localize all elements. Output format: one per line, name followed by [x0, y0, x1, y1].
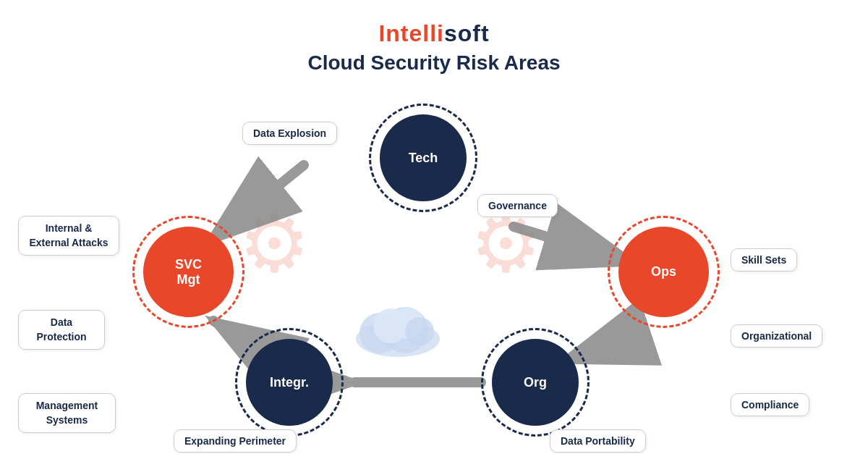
label-data-portability: Data Portability [550, 429, 646, 453]
svc-circle: SVC Mgt [143, 227, 234, 317]
org-circle: Org [492, 339, 579, 426]
brand-intelli: Intelli [378, 20, 444, 46]
label-compliance: Compliance [731, 393, 809, 416]
label-internal-external: Internal & External Attacks [18, 216, 119, 256]
header: Intellisoft Cloud Security Risk Areas [0, 0, 868, 75]
brand-soft: soft [444, 20, 490, 46]
ops-circle: Ops [618, 227, 709, 317]
cloud-icon [351, 295, 445, 360]
label-management-systems: Management Systems [18, 393, 116, 433]
tech-circle: Tech [380, 114, 467, 201]
integr-circle: Integr. [246, 339, 333, 426]
svg-point-5 [405, 317, 434, 346]
label-skill-sets: Skill Sets [731, 248, 797, 272]
label-governance: Governance [477, 194, 558, 217]
page-title: Cloud Security Risk Areas [0, 51, 868, 75]
label-data-protection: Data Protection [18, 310, 105, 350]
brand: Intellisoft [0, 20, 868, 47]
gear-icon-left: ⚙ [239, 198, 310, 290]
label-data-explosion: Data Explosion [242, 122, 337, 145]
label-organizational: Organizational [731, 324, 822, 348]
label-expanding-perimeter: Expanding Perimeter [174, 429, 297, 453]
diagram-container: ⚙ ⚙ [0, 82, 868, 451]
